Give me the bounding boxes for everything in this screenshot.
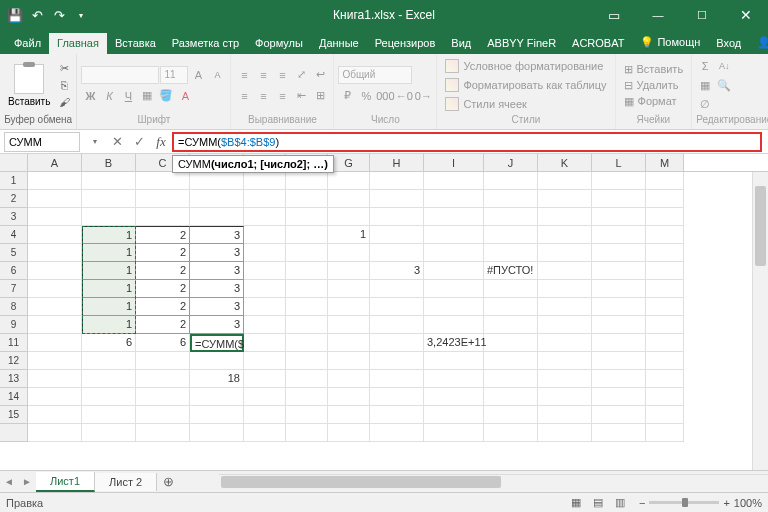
cell-C4[interactable]: 2 <box>136 226 190 244</box>
cell-D12[interactable] <box>190 352 244 370</box>
cell-C15[interactable] <box>136 406 190 424</box>
cell-B8[interactable]: 1 <box>82 298 136 316</box>
new-sheet-button[interactable]: ⊕ <box>157 474 179 489</box>
cell-K2[interactable] <box>538 190 592 208</box>
grid-body[interactable]: 12341231512361233#ПУСТО!7123812391231166… <box>0 172 768 442</box>
cell-L9[interactable] <box>592 316 646 334</box>
cell-A3[interactable] <box>28 208 82 226</box>
format-painter-icon[interactable]: 🖌 <box>56 94 72 110</box>
decrease-decimal-icon[interactable]: 0→ <box>414 87 432 105</box>
cell-B6[interactable]: 1 <box>82 262 136 280</box>
cell-D6[interactable]: 3 <box>190 262 244 280</box>
cell-G5[interactable] <box>328 244 370 262</box>
cell-L4[interactable] <box>592 226 646 244</box>
increase-decimal-icon[interactable]: ←0 <box>395 87 413 105</box>
cell-E7[interactable] <box>244 280 286 298</box>
cell-F14[interactable] <box>286 388 328 406</box>
delete-cells-button[interactable]: ⊟Удалить <box>620 78 688 93</box>
cell-C1[interactable] <box>136 172 190 190</box>
cell-H14[interactable] <box>370 388 424 406</box>
hscroll-thumb[interactable] <box>221 476 501 488</box>
cell-C16[interactable] <box>136 424 190 442</box>
cell-I9[interactable] <box>424 316 484 334</box>
col-header-G[interactable]: G <box>328 154 370 171</box>
cell-G12[interactable] <box>328 352 370 370</box>
zoom-in-icon[interactable]: + <box>723 497 729 509</box>
row-header[interactable]: 14 <box>0 388 28 406</box>
enter-icon[interactable]: ✓ <box>128 132 150 152</box>
cell-I12[interactable] <box>424 352 484 370</box>
cell-I8[interactable] <box>424 298 484 316</box>
cell-J16[interactable] <box>484 424 538 442</box>
cell-E16[interactable] <box>244 424 286 442</box>
cell-M15[interactable] <box>646 406 684 424</box>
cell-B15[interactable] <box>82 406 136 424</box>
cell-G1[interactable] <box>328 172 370 190</box>
close-button[interactable]: ✕ <box>724 0 768 30</box>
cell-B9[interactable]: 1 <box>82 316 136 334</box>
cut-icon[interactable]: ✂ <box>56 60 72 76</box>
sort-icon[interactable]: A↓ <box>715 57 733 75</box>
cell-H12[interactable] <box>370 352 424 370</box>
cell-D1[interactable] <box>190 172 244 190</box>
cell-D4[interactable]: 3 <box>190 226 244 244</box>
cell-E3[interactable] <box>244 208 286 226</box>
minimize-button[interactable]: — <box>636 0 680 30</box>
cell-F4[interactable] <box>286 226 328 244</box>
cell-I13[interactable] <box>424 370 484 388</box>
cell-L14[interactable] <box>592 388 646 406</box>
cell-J11[interactable] <box>484 334 538 352</box>
align-left-icon[interactable]: ≡ <box>235 87 253 105</box>
cell-D14[interactable] <box>190 388 244 406</box>
cell-D15[interactable] <box>190 406 244 424</box>
cell-H1[interactable] <box>370 172 424 190</box>
cell-M8[interactable] <box>646 298 684 316</box>
tab-help[interactable]: 💡Помощн <box>632 32 708 54</box>
cell-M12[interactable] <box>646 352 684 370</box>
cell-C7[interactable]: 2 <box>136 280 190 298</box>
scroll-thumb[interactable] <box>755 186 766 266</box>
cell-H6[interactable]: 3 <box>370 262 424 280</box>
tab-acrobat[interactable]: ACROBAT <box>564 33 632 54</box>
cell-M7[interactable] <box>646 280 684 298</box>
percent-icon[interactable]: % <box>357 87 375 105</box>
cell-M2[interactable] <box>646 190 684 208</box>
cell-M1[interactable] <box>646 172 684 190</box>
cell-B5[interactable]: 1 <box>82 244 136 262</box>
cell-B16[interactable] <box>82 424 136 442</box>
fx-icon[interactable]: fx <box>150 132 172 152</box>
cell-C5[interactable]: 2 <box>136 244 190 262</box>
cell-E14[interactable] <box>244 388 286 406</box>
cell-E8[interactable] <box>244 298 286 316</box>
cell-A14[interactable] <box>28 388 82 406</box>
row-header[interactable]: 5 <box>0 244 28 262</box>
row-header[interactable]: 3 <box>0 208 28 226</box>
currency-icon[interactable]: ₽ <box>338 87 356 105</box>
cell-H7[interactable] <box>370 280 424 298</box>
number-format-combo[interactable]: Общий <box>338 66 412 84</box>
cell-D13[interactable]: 18 <box>190 370 244 388</box>
zoom-slider[interactable] <box>649 501 719 504</box>
cell-I16[interactable] <box>424 424 484 442</box>
cell-J2[interactable] <box>484 190 538 208</box>
cell-A15[interactable] <box>28 406 82 424</box>
cell-K12[interactable] <box>538 352 592 370</box>
cell-F5[interactable] <box>286 244 328 262</box>
cell-I11[interactable]: 3,2423E+11 <box>424 334 484 352</box>
row-header[interactable]: 8 <box>0 298 28 316</box>
cell-A6[interactable] <box>28 262 82 280</box>
cell-H11[interactable] <box>370 334 424 352</box>
namebox-dropdown-icon[interactable]: ▾ <box>84 132 106 152</box>
cell-L12[interactable] <box>592 352 646 370</box>
font-color-icon[interactable]: A <box>176 87 194 105</box>
sheet-nav-prev-icon[interactable]: ◄ <box>0 472 18 492</box>
cell-J13[interactable] <box>484 370 538 388</box>
cell-J8[interactable] <box>484 298 538 316</box>
format-cells-button[interactable]: ▦Формат <box>620 94 688 109</box>
cell-L16[interactable] <box>592 424 646 442</box>
tab-view[interactable]: Вид <box>443 33 479 54</box>
normal-view-icon[interactable]: ▦ <box>566 495 586 511</box>
cell-J4[interactable] <box>484 226 538 244</box>
cell-E1[interactable] <box>244 172 286 190</box>
cell-A7[interactable] <box>28 280 82 298</box>
